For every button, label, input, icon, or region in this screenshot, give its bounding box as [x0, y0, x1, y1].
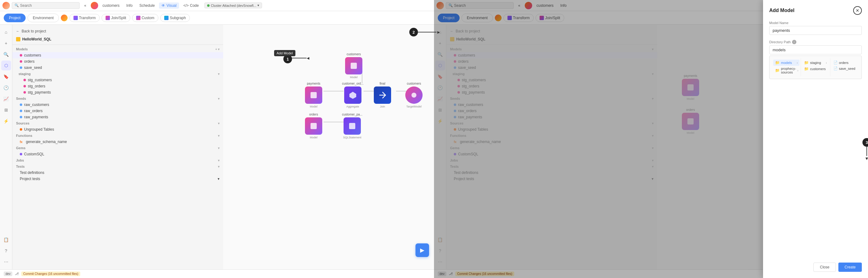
tab-custom[interactable]: Custom [132, 14, 158, 22]
section-models[interactable]: Models + ▾ [12, 46, 223, 52]
tab-subgraph[interactable]: Subgraph [160, 14, 190, 22]
file-icon-orders: 📄 [833, 60, 838, 64]
modal-close-btn[interactable]: ✕ [853, 6, 862, 15]
tree-customsql[interactable]: CustomSQL [12, 151, 223, 157]
sidebar-icon-plus[interactable]: + [1, 38, 11, 48]
section-sources[interactable]: Sources ▾ [12, 120, 223, 126]
node-orders[interactable]: orders Model [305, 113, 322, 139]
fb-row: 📁 models › 📁 prophecy-sources › [772, 58, 859, 76]
tab-transform[interactable]: Transform [69, 14, 100, 22]
tree-project-tests[interactable]: Project tests ▾ [12, 176, 223, 182]
customsql-dot [20, 153, 22, 156]
search-input-left[interactable] [20, 3, 77, 8]
tree-stg-payments[interactable]: stg_payments [12, 89, 223, 95]
canvas-left[interactable]: Add Model ◄ 1 [223, 25, 434, 269]
tree-raw-payments[interactable]: raw_payments [12, 114, 223, 120]
node-model-orders[interactable] [305, 117, 322, 135]
svg-marker-7 [349, 92, 356, 99]
commit-badge[interactable]: Commit Changes (16 uncommitted files) [21, 272, 80, 276]
model-name-input[interactable] [769, 26, 862, 35]
dev-badge: dev [4, 272, 12, 276]
node-model-payments[interactable] [305, 86, 322, 104]
section-gems[interactable]: Gems ▾ [12, 145, 223, 151]
sidebar-icon-home[interactable]: ⌂ [1, 27, 11, 37]
section-tests[interactable]: Tests ▾ [12, 163, 223, 170]
sidebar-icon-help[interactable]: ? [1, 246, 11, 256]
sidebar-icon-bookmark[interactable]: 🔖 [1, 72, 11, 82]
close-button[interactable]: Close [813, 262, 836, 272]
dir-info-icon[interactable]: i [792, 40, 796, 44]
node-model-customers[interactable] [345, 57, 362, 75]
tree-save-seed[interactable]: save_seed [12, 64, 223, 71]
tab-joinsplit[interactable]: Join/Split [101, 14, 130, 22]
folder-icon-customers: 📁 [804, 67, 809, 71]
tree-stg-orders[interactable]: stg_orders [12, 83, 223, 89]
tree-raw-orders[interactable]: raw_orders [12, 108, 223, 114]
back-to-project[interactable]: ← Back to project [12, 27, 223, 35]
node-final[interactable]: final Join [374, 82, 391, 108]
git-icon: ⎇ [15, 272, 19, 276]
node-aggregate[interactable] [344, 86, 362, 104]
nav-customers[interactable]: customers [100, 2, 122, 9]
fb-customers-dir[interactable]: 📁 customers [802, 66, 829, 72]
modal-header: Add Model ✕ [769, 6, 862, 15]
nav-schedule[interactable]: Schedule [137, 2, 157, 9]
sidebar-icon-graph[interactable]: ⬡ [1, 60, 11, 71]
tree-raw-customers[interactable]: raw_customers [12, 102, 223, 108]
fb-prophecy[interactable]: 📁 prophecy-sources › [773, 66, 800, 75]
tree-generate-schema[interactable]: fx generate_schema_name [12, 139, 223, 145]
node-customer-ord[interactable]: customer_ord... Aggregate [342, 82, 363, 108]
tab-project[interactable]: Project [4, 13, 26, 22]
tab-environment[interactable]: Environment [28, 13, 59, 22]
sidebar-icon-more[interactable]: ⋯ [1, 257, 11, 267]
raw-payments-dot [20, 116, 22, 118]
fb-models[interactable]: 📁 models › [773, 60, 800, 66]
nav-collapse-btn[interactable]: « [82, 2, 89, 9]
connections-svg [223, 25, 434, 269]
node-customers-right[interactable]: customers TargetModel [405, 82, 423, 108]
nav-info[interactable]: Info [124, 2, 135, 9]
sidebar-icon-table[interactable]: 📋 [1, 235, 11, 245]
add-model-modal: 2 ► Add Model ✕ Model Name Directory Pat… [763, 0, 868, 278]
tree-customers[interactable]: customers [12, 52, 223, 58]
node-payments[interactable]: payments Model [305, 82, 322, 108]
tree-stg-customers[interactable]: stg_customers [12, 77, 223, 83]
raw-orders-dot [20, 110, 22, 112]
tab-logo [61, 15, 68, 21]
node-customer-pa[interactable]: customer_pa... SQLStatement [342, 113, 362, 139]
node-customers-top[interactable]: customers Model [345, 53, 362, 79]
play-button[interactable]: ▶ [415, 243, 429, 257]
section-staging[interactable]: staging ▾ [12, 71, 223, 77]
sidebar-icon-lightning[interactable]: ⚡ [1, 116, 11, 126]
sidebar-icon-chart[interactable]: 📈 [1, 94, 11, 104]
sidebar-icon-grid[interactable]: ⊞ [1, 105, 11, 115]
save-seed-dot [20, 66, 22, 69]
section-jobs[interactable]: Jobs ▾ [12, 157, 223, 163]
tree-test-definitions[interactable]: Test definitions [12, 170, 223, 176]
functions-toggle: ▾ [218, 134, 219, 137]
sidebar-icon-search[interactable]: 🔍 [1, 49, 11, 59]
tree-ungrouped[interactable]: Ungrouped Tables [12, 126, 223, 133]
fb-save-seed-file[interactable]: 📄 save_seed [832, 65, 858, 71]
nav-visual[interactable]: 👁 Visual [159, 2, 179, 9]
sidebar-icons-left: ⌂ + 🔍 ⬡ 🔖 🕐 📈 ⊞ ⚡ 📋 ? ⋯ [0, 25, 12, 269]
create-button[interactable]: Create [838, 262, 862, 272]
svg-rect-10 [349, 123, 355, 129]
fb-staging[interactable]: 📁 staging › [802, 60, 829, 66]
search-bar-left[interactable]: 🔍 [12, 2, 80, 9]
sidebar-nav-left: ← Back to project HelloWorld_SQL Models … [12, 25, 223, 269]
tree-orders[interactable]: orders [12, 58, 223, 64]
node-sql[interactable] [344, 117, 361, 135]
fb-orders-file[interactable]: 📄 orders [832, 60, 858, 65]
dir-path-input[interactable] [769, 46, 862, 54]
sidebar-icon-clock[interactable]: 🕐 [1, 83, 11, 93]
section-functions[interactable]: Functions ▾ [12, 133, 223, 139]
model-name-label: Model Name [769, 21, 862, 25]
nav-code[interactable]: </> Code [181, 2, 201, 9]
gems-toggle: ▾ [218, 146, 219, 150]
section-seeds[interactable]: Seeds ▾ [12, 95, 223, 102]
cluster-badge: Cluster Attached (devSnowfl... ▾ [204, 2, 262, 8]
node-target[interactable] [405, 86, 423, 104]
ungrouped-dot [20, 128, 22, 131]
node-join[interactable] [374, 86, 391, 104]
